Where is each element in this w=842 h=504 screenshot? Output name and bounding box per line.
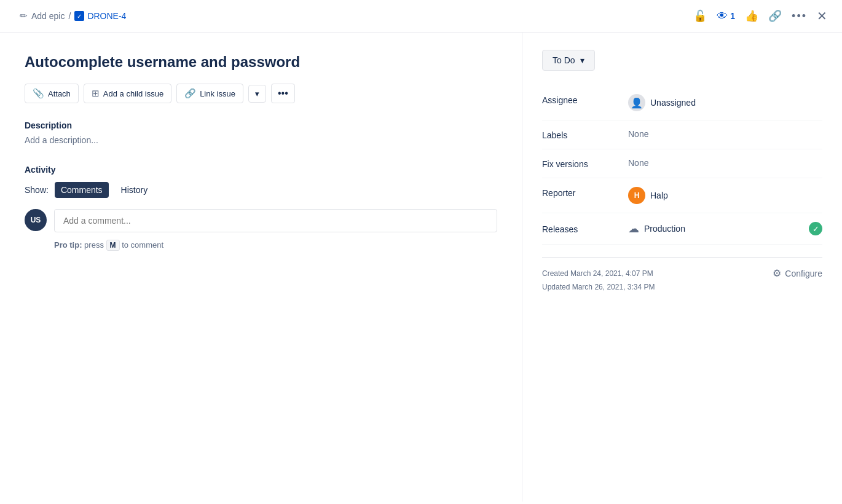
- eye-icon: 👁: [717, 10, 728, 23]
- activity-show-row: Show: Comments History: [25, 182, 497, 198]
- add-epic-label[interactable]: Add epic: [31, 11, 65, 21]
- user-initials: US: [31, 216, 41, 224]
- topbar: ✏ Add epic / ✓ DRONE-4 🔓 👁 1 👍 🔗 ••• ✕: [0, 0, 842, 33]
- attach-button[interactable]: 📎 Attach: [25, 84, 79, 103]
- comments-button[interactable]: Comments: [55, 182, 109, 198]
- release-check-icon: ✓: [809, 222, 822, 235]
- more-actions-button[interactable]: •••: [271, 84, 295, 103]
- reporter-name: Halp: [650, 191, 668, 200]
- pro-tip-before: Pro tip:: [54, 240, 82, 250]
- left-panel: Autocomplete username and password 📎 Att…: [0, 33, 522, 502]
- reporter-row: Reporter H Halp: [542, 178, 822, 213]
- drone-id: DRONE-4: [87, 11, 126, 21]
- labels-row: Labels None: [542, 120, 822, 149]
- history-button[interactable]: History: [115, 182, 154, 198]
- reporter-initial: H: [634, 191, 640, 200]
- assignee-name: Unassigned: [650, 98, 696, 108]
- gear-icon: ⚙: [773, 267, 781, 279]
- assignee-avatar: 👤: [628, 94, 645, 111]
- keyboard-m-key: M: [106, 240, 120, 251]
- description-label: Description: [25, 120, 497, 130]
- drone-link[interactable]: ✓ DRONE-4: [74, 11, 126, 21]
- fix-versions-none: None: [628, 158, 648, 168]
- configure-button[interactable]: ⚙ Configure: [773, 267, 822, 279]
- activity-section: Activity Show: Comments History US Pro t…: [25, 165, 497, 251]
- releases-value[interactable]: ☁ Production ✓: [628, 222, 822, 235]
- dropdown-button[interactable]: ▾: [248, 85, 266, 103]
- labels-label: Labels: [542, 129, 628, 140]
- avatar: US: [25, 209, 47, 231]
- attach-label: Attach: [48, 89, 71, 98]
- add-child-issue-button[interactable]: ⊞ Add a child issue: [84, 84, 171, 103]
- assignee-row: Assignee 👤 Unassigned: [542, 85, 822, 120]
- fix-versions-row: Fix versions None: [542, 149, 822, 178]
- watch-icon-group[interactable]: 👁 1: [717, 10, 735, 23]
- labels-none: None: [628, 129, 648, 139]
- reporter-avatar: H: [628, 187, 645, 204]
- issue-title: Autocomplete username and password: [25, 52, 497, 71]
- comment-input[interactable]: [54, 209, 497, 232]
- pro-tip: Pro tip: press M to comment: [54, 240, 497, 251]
- created-date: Created March 24, 2021, 4:07 PM: [542, 267, 655, 281]
- status-label: To Do: [553, 55, 575, 65]
- fix-versions-label: Fix versions: [542, 158, 628, 169]
- share-icon[interactable]: 🔗: [768, 9, 782, 23]
- link-issue-label: Link issue: [200, 89, 235, 98]
- more-options-icon[interactable]: •••: [792, 10, 807, 23]
- watch-count: 1: [730, 11, 735, 21]
- breadcrumb: ✏ Add epic / ✓ DRONE-4: [20, 10, 126, 22]
- pro-tip-after: to comment: [122, 240, 163, 250]
- thumbs-up-icon[interactable]: 👍: [745, 9, 758, 23]
- fix-versions-value[interactable]: None: [628, 158, 648, 168]
- labels-value[interactable]: None: [628, 129, 648, 139]
- releases-row: Releases ☁ Production ✓: [542, 213, 822, 245]
- releases-name: Production: [644, 224, 685, 234]
- checkbox-icon: ✓: [74, 11, 84, 21]
- pencil-icon: ✏: [20, 10, 28, 22]
- assignee-value[interactable]: 👤 Unassigned: [628, 94, 696, 111]
- show-label: Show:: [25, 185, 49, 195]
- close-icon[interactable]: ✕: [817, 9, 827, 23]
- child-issue-icon: ⊞: [92, 88, 100, 99]
- action-buttons-row: 📎 Attach ⊞ Add a child issue 🔗 Link issu…: [25, 84, 497, 103]
- status-chevron-icon: ▾: [580, 55, 584, 65]
- add-child-label: Add a child issue: [103, 89, 163, 98]
- paperclip-icon: 📎: [33, 88, 44, 99]
- main-content: Autocomplete username and password 📎 Att…: [0, 33, 842, 502]
- cloud-upload-icon: ☁: [628, 222, 639, 235]
- activity-header: Activity: [25, 165, 497, 175]
- meta-section: Created March 24, 2021, 4:07 PM Updated …: [542, 257, 822, 294]
- updated-date: Updated March 26, 2021, 3:34 PM: [542, 281, 655, 294]
- breadcrumb-separator: /: [68, 11, 71, 21]
- description-placeholder[interactable]: Add a description...: [25, 135, 497, 145]
- link-issue-button[interactable]: 🔗 Link issue: [176, 84, 243, 103]
- topbar-actions: 🔓 👁 1 👍 🔗 ••• ✕: [693, 9, 827, 23]
- lock-icon[interactable]: 🔓: [693, 9, 707, 23]
- link-icon: 🔗: [184, 88, 196, 99]
- meta-dates: Created March 24, 2021, 4:07 PM Updated …: [542, 267, 655, 294]
- releases-label: Releases: [542, 223, 628, 234]
- comment-row: US: [25, 209, 497, 232]
- reporter-value[interactable]: H Halp: [628, 187, 668, 204]
- person-icon: 👤: [631, 97, 643, 109]
- reporter-label: Reporter: [542, 187, 628, 198]
- status-button[interactable]: To Do ▾: [542, 50, 595, 71]
- assignee-label: Assignee: [542, 94, 628, 105]
- configure-label: Configure: [785, 269, 822, 278]
- right-panel: To Do ▾ Assignee 👤 Unassigned Labels Non…: [522, 33, 842, 502]
